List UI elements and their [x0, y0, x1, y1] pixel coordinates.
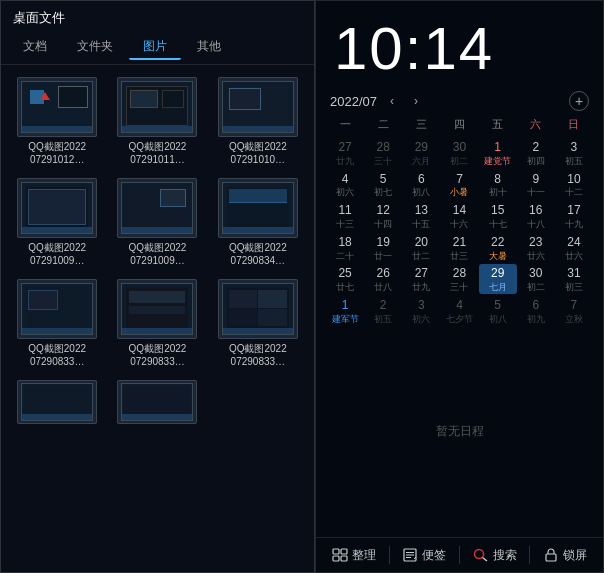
file-item[interactable]: QQ截图202207290834… — [210, 174, 306, 271]
cal-day[interactable]: 27廿九 — [326, 138, 364, 168]
cal-day[interactable]: 2初五 — [364, 296, 402, 326]
cal-day[interactable]: 5初八 — [479, 296, 517, 326]
cal-day[interactable]: 11十三 — [326, 201, 364, 231]
add-event-button[interactable]: + — [569, 91, 589, 111]
cal-day[interactable]: 1建军节 — [326, 296, 364, 326]
cal-day[interactable]: 29六月 — [402, 138, 440, 168]
calendar-header: 2022/07 ‹ › + — [316, 87, 603, 115]
cal-day[interactable]: 7小暑 — [440, 170, 478, 200]
lock-icon — [543, 548, 559, 562]
weekday-headers: 一 二 三 四 五 六 日 — [326, 115, 593, 134]
cal-day-today[interactable]: 29七月 — [479, 264, 517, 294]
cal-day[interactable]: 21廿三 — [440, 233, 478, 263]
cal-day[interactable]: 6初九 — [517, 296, 555, 326]
tab-folders[interactable]: 文件夹 — [63, 35, 127, 60]
file-item[interactable]: QQ截图202207290833… — [9, 275, 105, 372]
cal-day[interactable]: 6初八 — [402, 170, 440, 200]
next-month-button[interactable]: › — [407, 92, 425, 110]
no-schedule-label: 暂无日程 — [316, 326, 603, 537]
weekday-sun: 日 — [555, 115, 593, 134]
cal-day[interactable]: 14十六 — [440, 201, 478, 231]
cal-day[interactable]: 3初六 — [402, 296, 440, 326]
tab-other[interactable]: 其他 — [183, 35, 235, 60]
divider — [529, 546, 530, 564]
file-thumbnail — [17, 380, 97, 424]
lock-button[interactable]: 锁屏 — [543, 547, 587, 564]
bottom-toolbar: 整理 便签 搜索 — [316, 537, 603, 572]
cal-day[interactable]: 18二十 — [326, 233, 364, 263]
file-item[interactable] — [9, 376, 105, 431]
cal-day[interactable]: 24廿六 — [555, 233, 593, 263]
file-thumbnail — [17, 279, 97, 339]
file-thumbnail — [17, 178, 97, 238]
cal-day[interactable]: 15十七 — [479, 201, 517, 231]
cal-day[interactable]: 19廿一 — [364, 233, 402, 263]
organize-button[interactable]: 整理 — [332, 547, 376, 564]
divider — [389, 546, 390, 564]
cal-day[interactable]: 17十九 — [555, 201, 593, 231]
svg-rect-0 — [333, 549, 339, 554]
file-item[interactable]: QQ截图202207291009… — [9, 174, 105, 271]
cal-day[interactable]: 13十五 — [402, 201, 440, 231]
file-name: QQ截图202207290833… — [229, 342, 287, 368]
svg-point-8 — [474, 550, 483, 559]
cal-day[interactable]: 28三十 — [440, 264, 478, 294]
file-item[interactable]: QQ截图202207290833… — [109, 275, 205, 372]
file-thumbnail — [218, 77, 298, 137]
tab-images[interactable]: 图片 — [129, 35, 181, 60]
cal-day[interactable]: 20廿二 — [402, 233, 440, 263]
cal-day[interactable]: 2初四 — [517, 138, 555, 168]
file-name: QQ截图202207291009… — [28, 241, 86, 267]
svg-rect-10 — [546, 554, 556, 561]
file-thumbnail — [218, 178, 298, 238]
panel-title: 桌面文件 — [1, 1, 314, 31]
tab-docs[interactable]: 文档 — [9, 35, 61, 60]
clock-area: 10:14 — [316, 1, 603, 87]
weekday-tue: 二 — [364, 115, 402, 134]
search-button[interactable]: 搜索 — [473, 547, 517, 564]
weekday-fri: 五 — [479, 115, 517, 134]
cal-day[interactable]: 5初七 — [364, 170, 402, 200]
cal-day[interactable]: 23廿六 — [517, 233, 555, 263]
cal-day[interactable]: 7立秋 — [555, 296, 593, 326]
cal-day[interactable]: 30初二 — [440, 138, 478, 168]
file-name: QQ截图202207291011… — [129, 140, 187, 166]
file-item[interactable]: QQ截图202207291011… — [109, 73, 205, 170]
cal-day[interactable]: 8初十 — [479, 170, 517, 200]
file-item[interactable]: QQ截图202207291010… — [210, 73, 306, 170]
clock-display: 10:14 — [334, 19, 585, 79]
file-item[interactable]: QQ截图202207291012… — [9, 73, 105, 170]
file-item[interactable]: QQ截图202207291009… — [109, 174, 205, 271]
prev-month-button[interactable]: ‹ — [383, 92, 401, 110]
svg-rect-1 — [341, 549, 347, 554]
file-name: QQ截图202207290834… — [229, 241, 287, 267]
file-item[interactable] — [109, 376, 205, 431]
cal-day[interactable]: 12十四 — [364, 201, 402, 231]
search-icon — [473, 548, 489, 562]
cal-day[interactable]: 9十一 — [517, 170, 555, 200]
cal-day[interactable]: 27廿九 — [402, 264, 440, 294]
cal-day[interactable]: 25廿七 — [326, 264, 364, 294]
calendar-panel: 10:14 2022/07 ‹ › + 一 二 三 四 五 六 日 27廿九 2… — [315, 0, 604, 573]
file-item[interactable]: QQ截图202207290833… — [210, 275, 306, 372]
cal-day[interactable]: 3初五 — [555, 138, 593, 168]
cal-day[interactable]: 30初二 — [517, 264, 555, 294]
svg-line-9 — [482, 558, 487, 562]
cal-day[interactable]: 22大暑 — [479, 233, 517, 263]
cal-day[interactable]: 1建党节 — [479, 138, 517, 168]
svg-rect-2 — [333, 556, 339, 561]
cal-day[interactable]: 4七夕节 — [440, 296, 478, 326]
cal-day[interactable]: 26廿八 — [364, 264, 402, 294]
files-grid: QQ截图202207291012… QQ截图202207291011… — [1, 65, 314, 572]
cal-day[interactable]: 16十八 — [517, 201, 555, 231]
note-button[interactable]: 便签 — [402, 547, 446, 564]
cal-day[interactable]: 28三十 — [364, 138, 402, 168]
calendar-days: 27廿九 28三十 29六月 30初二 1建党节 2初四 3初五 4初六 5初七… — [326, 138, 593, 326]
divider — [459, 546, 460, 564]
file-name: QQ截图202207291010… — [229, 140, 287, 166]
cal-day[interactable]: 31初三 — [555, 264, 593, 294]
cal-day[interactable]: 4初六 — [326, 170, 364, 200]
note-icon — [402, 548, 418, 562]
organize-label: 整理 — [352, 547, 376, 564]
cal-day[interactable]: 10十二 — [555, 170, 593, 200]
